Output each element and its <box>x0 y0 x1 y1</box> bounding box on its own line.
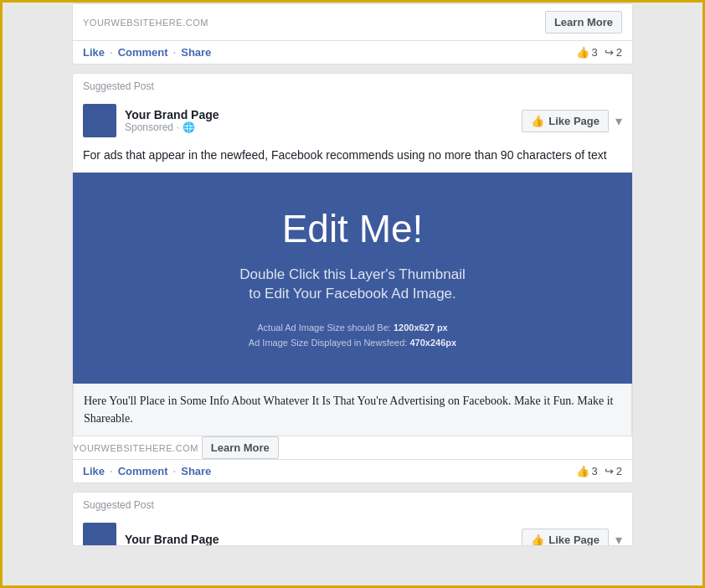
main-website-row: YOURWEBSITEHERE.COM Learn More <box>73 436 632 459</box>
bottom-like-page-button[interactable]: 👍 Like Page <box>522 529 609 547</box>
top-website-row: YOURWEBSITEHERE.COM Learn More <box>73 3 632 40</box>
top-post-card: YOURWEBSITEHERE.COM Learn More Like · Co… <box>72 3 633 64</box>
bottom-brand-name[interactable]: Your Brand Page <box>125 533 219 546</box>
globe-icon: 🌐 <box>183 121 195 133</box>
post-header: Your Brand Page Sponsored · 🌐 👍 Like Pag… <box>73 95 632 142</box>
main-share-icon-symbol: ↪ <box>605 465 614 477</box>
ad-image-area: Edit Me! Double Click this Layer's Thumb… <box>73 173 632 384</box>
main-sep2: · <box>173 465 177 477</box>
top-thumb-number: 3 <box>592 46 598 59</box>
sponsored-text: Sponsored <box>125 121 173 133</box>
top-thumb-count: 👍 3 <box>576 46 598 59</box>
ad-description-text: Here You'll Place in Some Info About Wha… <box>84 392 621 427</box>
main-like-link[interactable]: Like <box>83 465 105 477</box>
top-share-count: ↪ 2 <box>605 46 622 59</box>
top-reaction-count: 👍 3 ↪ 2 <box>576 46 622 59</box>
main-learn-more-button[interactable]: Learn More <box>202 436 279 459</box>
brand-avatar <box>83 104 116 137</box>
ad-size-info: Actual Ad Image Size should Be: 1200x627… <box>249 321 456 350</box>
suggested-label: Suggested Post <box>73 74 632 95</box>
bottom-chevron-down-icon[interactable]: ▾ <box>615 532 622 547</box>
main-thumb-count: 👍 3 <box>576 465 598 477</box>
top-learn-more-button[interactable]: Learn More <box>545 11 622 34</box>
post-header-left: Your Brand Page Sponsored · 🌐 <box>83 104 219 137</box>
main-thumb-number: 3 <box>592 465 598 477</box>
top-website-url: YOURWEBSITEHERE.COM <box>83 18 208 28</box>
main-action-row: Like · Comment · Share 👍 3 ↪ 2 <box>73 459 632 482</box>
thumbs-up-icon: 👍 <box>531 115 544 127</box>
sep2: · <box>173 46 177 59</box>
main-share-link[interactable]: Share <box>181 465 211 477</box>
bottom-suggested-label: Suggested Post <box>73 493 632 514</box>
main-reaction-count: 👍 3 ↪ 2 <box>576 465 622 477</box>
main-website-url: YOURWEBSITEHERE.COM <box>73 443 198 453</box>
dot-separator: · <box>177 121 179 133</box>
main-share-number: 2 <box>616 465 622 477</box>
top-share-icon: ↪ <box>605 46 614 59</box>
top-like-link[interactable]: Like <box>83 46 105 59</box>
post-body-text: For ads that appear in the newfeed, Face… <box>73 142 632 173</box>
main-sep1: · <box>110 465 113 477</box>
ad-edit-subtitle: Double Click this Layer's Thumbnailto Ed… <box>239 265 465 305</box>
bottom-post-header-right: 👍 Like Page ▾ <box>522 529 622 547</box>
main-post-card: Suggested Post Your Brand Page Sponsored… <box>72 73 633 483</box>
main-comment-link[interactable]: Comment <box>118 465 168 477</box>
top-comment-link[interactable]: Comment <box>118 46 168 59</box>
like-page-label: Like Page <box>548 115 600 127</box>
bottom-post-header-left: Your Brand Page <box>83 523 219 546</box>
top-share-link[interactable]: Share <box>181 46 211 59</box>
bottom-post-header: Your Brand Page 👍 Like Page ▾ <box>73 514 632 546</box>
bottom-brand-info: Your Brand Page <box>125 533 219 546</box>
bottom-brand-avatar <box>83 523 116 546</box>
brand-name[interactable]: Your Brand Page <box>125 108 219 121</box>
sep1: · <box>110 46 113 59</box>
sponsored-row: Sponsored · 🌐 <box>125 121 219 133</box>
main-share-count: ↪ 2 <box>605 465 622 477</box>
main-thumb-icon: 👍 <box>576 465 589 477</box>
bottom-like-page-label: Like Page <box>548 534 600 546</box>
ad-description-box: Here You'll Place in Some Info About Wha… <box>73 384 632 436</box>
bottom-post-card: Suggested Post Your Brand Page 👍 Like Pa… <box>72 492 633 546</box>
brand-info: Your Brand Page Sponsored · 🌐 <box>125 108 219 133</box>
bottom-thumbs-up-icon: 👍 <box>531 534 544 546</box>
like-page-button[interactable]: 👍 Like Page <box>522 110 609 132</box>
post-header-right: 👍 Like Page ▾ <box>522 110 622 132</box>
top-thumb-icon: 👍 <box>576 46 589 59</box>
top-share-number: 2 <box>616 46 622 59</box>
top-action-row: Like · Comment · Share 👍 3 ↪ 2 <box>73 40 632 64</box>
ad-edit-title: Edit Me! <box>282 206 424 251</box>
chevron-down-icon[interactable]: ▾ <box>615 113 622 129</box>
